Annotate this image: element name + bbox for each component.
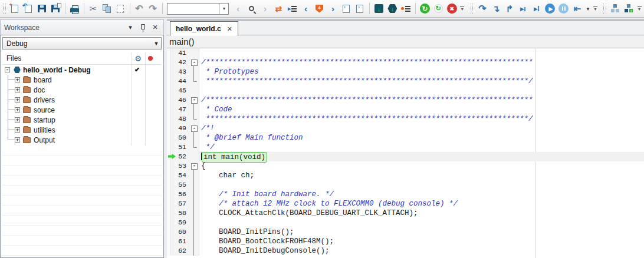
next-statement-icon: ▸ı bbox=[520, 5, 525, 13]
breakpoint-margin[interactable] bbox=[167, 180, 171, 190]
previous-document-button[interactable]: ‹ bbox=[340, 2, 353, 15]
goto-menu-button[interactable]: ▸ bbox=[285, 2, 299, 15]
breakpoint-margin[interactable] bbox=[167, 58, 171, 67]
save-all-button[interactable] bbox=[49, 2, 63, 15]
close-icon[interactable]: ✕ bbox=[227, 25, 232, 33]
breakpoint-margin[interactable] bbox=[167, 209, 171, 218]
step-over-button[interactable]: ↷ bbox=[475, 2, 489, 15]
nav-back-icon: ‹ bbox=[236, 4, 239, 14]
copy-button[interactable] bbox=[100, 2, 114, 15]
next-document-button[interactable]: › bbox=[353, 2, 367, 15]
find-button[interactable] bbox=[245, 2, 258, 15]
expand-box-icon[interactable]: + bbox=[15, 117, 20, 123]
breakpoint-margin[interactable] bbox=[167, 237, 171, 246]
expand-box-icon[interactable]: + bbox=[15, 87, 20, 92]
tree-row-output[interactable]: + Output bbox=[2, 135, 162, 145]
reset-button[interactable]: ↻ bbox=[432, 2, 445, 15]
tree-row-utilities[interactable]: + utilities bbox=[2, 125, 162, 135]
fold-collapse-icon[interactable] bbox=[189, 161, 199, 171]
previous-bookmark-button[interactable]: ‹ bbox=[299, 2, 313, 15]
breakpoint-margin[interactable] bbox=[167, 67, 171, 77]
reset-to-start-button[interactable]: ⇤ bbox=[570, 2, 584, 15]
nav-back-button[interactable]: ‹ bbox=[231, 2, 245, 15]
toolbar-overflow-button[interactable]: ▾ bbox=[636, 2, 643, 15]
open-document-button[interactable]: ↶ bbox=[22, 2, 35, 15]
workspace-titlebar[interactable]: Workspace ▾ ✕ bbox=[0, 19, 164, 35]
breakpoint-margin[interactable] bbox=[167, 143, 171, 152]
undo-button[interactable]: ↶ bbox=[133, 2, 146, 15]
breakpoint-margin[interactable] bbox=[167, 161, 171, 171]
blocks-view-button[interactable] bbox=[609, 2, 622, 15]
pin-button[interactable] bbox=[138, 23, 147, 32]
toggle-bookmark-button[interactable]: + bbox=[313, 2, 326, 15]
breakpoint-margin[interactable] bbox=[167, 133, 171, 143]
chevron-down-icon[interactable]: ▾ bbox=[219, 4, 228, 14]
toolbar-search-combo[interactable]: ▾ bbox=[167, 3, 229, 15]
fold-collapse-icon[interactable] bbox=[189, 95, 199, 105]
breakpoint-margin[interactable] bbox=[167, 48, 171, 58]
new-document-button[interactable]: + bbox=[8, 2, 22, 15]
breakpoint-margin[interactable] bbox=[167, 227, 171, 237]
expand-box-icon[interactable]: + bbox=[15, 107, 20, 113]
redo-button[interactable]: ↷ bbox=[146, 2, 160, 15]
debug-dropdown-button[interactable]: ▾ bbox=[584, 2, 592, 15]
toolbar-grip[interactable] bbox=[3, 4, 6, 14]
go-button[interactable]: ▶ bbox=[543, 2, 557, 15]
next-bookmark-button[interactable]: › bbox=[326, 2, 340, 15]
nav-forward-button[interactable]: › bbox=[258, 2, 272, 15]
download-flash-button[interactable]: ↓ bbox=[372, 2, 386, 15]
next-statement-button[interactable]: ▸ı bbox=[516, 2, 530, 15]
panel-menu-button[interactable]: ▾ bbox=[126, 23, 135, 32]
breakpoint-margin[interactable] bbox=[167, 218, 171, 227]
tree-row-drivers[interactable]: + drivers bbox=[2, 95, 162, 105]
breakpoint-margin[interactable] bbox=[167, 246, 171, 256]
breakpoint-margin[interactable] bbox=[167, 199, 171, 209]
breakpoint-margin[interactable] bbox=[167, 124, 171, 133]
toolbar-overflow-button[interactable]: ▾ bbox=[459, 2, 466, 15]
expand-box-icon[interactable]: + bbox=[15, 97, 20, 102]
restart-debugger-button[interactable]: ↻ bbox=[418, 2, 432, 15]
expand-box-icon[interactable]: + bbox=[15, 77, 20, 82]
tree-row-source[interactable]: + source bbox=[2, 105, 162, 115]
fold-collapse-icon[interactable] bbox=[189, 124, 199, 133]
print-button[interactable] bbox=[68, 2, 81, 15]
toggle-source-disassembly-button[interactable]: ⇄ bbox=[272, 2, 285, 15]
breakpoint-margin[interactable] bbox=[167, 190, 171, 199]
tab-hello-world-c[interactable]: hello_world.c ✕ bbox=[170, 21, 238, 36]
tree-row-doc[interactable]: + doc bbox=[2, 85, 162, 95]
configuration-dropdown[interactable]: Debug ▼ bbox=[2, 37, 162, 49]
expand-box-icon[interactable]: + bbox=[15, 137, 20, 143]
tree-row-board[interactable]: + board bbox=[2, 75, 162, 85]
toolbar-overflow-button[interactable]: ▾ bbox=[592, 2, 599, 15]
reset-arrow-icon: ⇤ bbox=[574, 4, 581, 14]
toolbar-grip[interactable] bbox=[603, 4, 606, 14]
download-and-debug-button[interactable]: ↓ bbox=[386, 2, 399, 15]
breakpoint-margin[interactable] bbox=[167, 86, 171, 95]
code-editor[interactable]: 41 42/**********************************… bbox=[167, 48, 644, 258]
step-out-button[interactable]: ↱ bbox=[502, 2, 516, 15]
breakpoint-margin[interactable] bbox=[167, 95, 171, 105]
cut-button[interactable]: ✂ bbox=[87, 2, 100, 15]
breakpoint-margin[interactable] bbox=[167, 114, 171, 124]
breakpoint-margin[interactable] bbox=[167, 171, 171, 180]
collapse-box-icon[interactable]: - bbox=[5, 67, 10, 72]
breakpoint-margin[interactable] bbox=[167, 77, 171, 86]
breakpoint-margin[interactable] bbox=[167, 105, 171, 114]
tree-row-project[interactable]: - hello_world - Debug ✔ bbox=[2, 65, 162, 75]
blocks-add-view-button[interactable]: + bbox=[622, 2, 636, 15]
toolbar-grip[interactable] bbox=[471, 4, 474, 14]
step-into-button[interactable]: ↴ bbox=[489, 2, 502, 15]
expand-box-icon[interactable]: + bbox=[15, 127, 20, 133]
save-button[interactable] bbox=[35, 2, 49, 15]
fold-collapse-icon[interactable] bbox=[189, 58, 199, 67]
stop-debugging-button[interactable]: ✖ bbox=[445, 2, 459, 15]
paste-button[interactable] bbox=[114, 2, 127, 15]
close-panel-button[interactable]: ✕ bbox=[150, 23, 160, 32]
function-selector-bar[interactable]: main() bbox=[167, 35, 644, 48]
tree-row-startup[interactable]: + startup bbox=[2, 115, 162, 125]
gear-icon[interactable]: ⚙ bbox=[131, 54, 145, 63]
line-number: 57 bbox=[171, 199, 189, 209]
break-button[interactable] bbox=[557, 2, 570, 15]
run-to-cursor-button[interactable]: ▸I bbox=[530, 2, 543, 15]
debug-without-downloading-button[interactable] bbox=[399, 2, 413, 15]
